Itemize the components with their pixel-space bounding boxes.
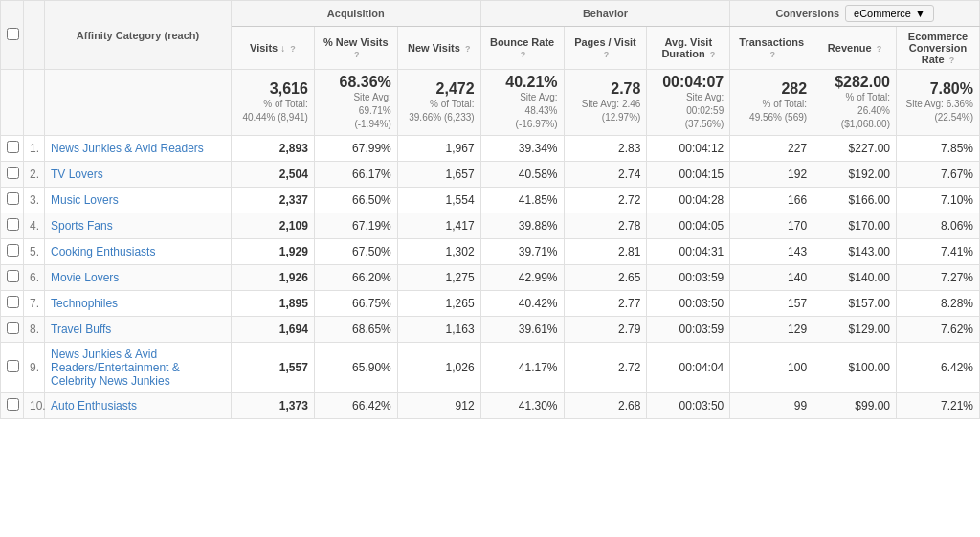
totals-revenue-cell: $282.00 % of Total: 26.40% ($1,068.00) [813,70,897,136]
row-affinity-name: TV Lovers [45,162,232,188]
row-checkbox[interactable] [7,398,19,411]
row-bounce-rate: 39.61% [480,317,564,343]
avg-visit-col-header[interactable]: Avg. Visit Duration ? [647,27,730,70]
row-checkbox-cell[interactable] [1,265,24,291]
row-checkbox[interactable] [7,322,19,334]
row-checkbox-cell[interactable] [1,213,24,239]
row-new-visits: 1,275 [397,265,480,291]
affinity-link[interactable]: News Junkies & Avid Readers/Entertainmen… [51,347,180,388]
row-checkbox-cell[interactable] [1,136,24,162]
row-affinity-name: Sports Fans [45,213,232,239]
row-affinity-name: Technophiles [45,291,232,317]
visits-col-header[interactable]: Visits ↓ ? [232,27,315,70]
row-bounce-rate: 42.99% [480,265,564,291]
row-pages: 2.79 [564,317,647,343]
row-pages: 2.74 [564,162,647,188]
table-row: 10. Auto Enthusiasts 1,373 66.42% 912 41… [1,393,980,419]
row-checkbox[interactable] [7,296,19,308]
row-visits: 1,895 [232,291,315,317]
affinity-link[interactable]: Sports Fans [51,219,113,233]
row-checkbox[interactable] [7,141,19,153]
row-checkbox[interactable] [7,192,19,205]
row-num: 1. [24,136,45,162]
row-pct-new: 67.99% [314,136,397,162]
row-avg-duration: 00:04:05 [647,213,730,239]
pct-new-col-header[interactable]: % New Visits ? [314,27,397,70]
affinity-link[interactable]: News Junkies & Avid Readers [51,142,204,155]
row-visits: 1,373 [232,393,315,419]
row-pct-new: 68.65% [314,317,397,343]
affinity-link[interactable]: TV Lovers [51,168,103,181]
row-new-visits: 1,657 [397,162,480,188]
row-ecommerce-rate: 7.62% [897,317,980,343]
affinity-link[interactable]: Technophiles [51,297,118,310]
row-checkbox-cell[interactable] [1,239,24,265]
pages-col-header[interactable]: Pages / Visit ? [564,27,647,70]
affinity-link[interactable]: Auto Enthusiasts [51,399,137,413]
row-checkbox[interactable] [7,270,19,282]
table-row: 3. Music Lovers 2,337 66.50% 1,554 41.85… [1,188,980,213]
row-revenue: $143.00 [813,239,897,265]
analytics-table: Affinity Category (reach) Acquisition Be… [0,0,980,419]
row-bounce-rate: 40.42% [480,291,564,317]
row-num: 3. [24,188,45,213]
row-avg-duration: 00:04:12 [647,136,730,162]
ecommerce-dropdown[interactable]: eCommerce ▼ [845,5,934,22]
row-checkbox-cell[interactable] [1,188,24,213]
row-pages: 2.72 [564,188,647,213]
row-ecommerce-rate: 8.06% [897,213,980,239]
row-checkbox-cell[interactable] [1,317,24,343]
row-ecommerce-rate: 6.42% [897,343,980,393]
row-affinity-name: Movie Lovers [45,265,232,291]
row-bounce-rate: 40.58% [480,162,564,188]
row-avg-duration: 00:04:15 [647,162,730,188]
row-visits: 2,337 [232,188,315,213]
new-visits-col-header[interactable]: New Visits ? [397,27,480,70]
row-ecommerce-rate: 7.67% [897,162,980,188]
ecommerce-rate-col-header[interactable]: Ecommerce Conversion Rate ? [897,27,980,70]
row-transactions: 100 [730,343,813,393]
row-new-visits: 1,163 [397,317,480,343]
row-affinity-name: Travel Buffs [45,317,232,343]
select-all-checkbox[interactable] [7,28,19,40]
affinity-link[interactable]: Travel Buffs [51,323,111,336]
row-pct-new: 67.50% [314,239,397,265]
row-affinity-name: Music Lovers [45,188,232,213]
table-row: 1. News Junkies & Avid Readers 2,893 67.… [1,136,980,162]
revenue-col-header[interactable]: Revenue ? [813,27,897,70]
row-transactions: 140 [730,265,813,291]
table-row: 5. Cooking Enthusiasts 1,929 67.50% 1,30… [1,239,980,265]
row-revenue: $129.00 [813,317,897,343]
num-header [24,1,45,70]
select-all-header[interactable] [1,1,24,70]
row-ecommerce-rate: 7.85% [897,136,980,162]
row-revenue: $192.00 [813,162,897,188]
row-checkbox-cell[interactable] [1,162,24,188]
bounce-col-header[interactable]: Bounce Rate ? [480,27,564,70]
affinity-link[interactable]: Music Lovers [51,193,119,207]
row-revenue: $170.00 [813,213,897,239]
row-num: 9. [24,343,45,393]
row-checkbox-cell[interactable] [1,393,24,419]
behavior-group-header: Behavior [480,1,730,27]
totals-new-visits-cell: 2,472 % of Total: 39.66% (6,233) [397,70,480,136]
row-checkbox[interactable] [7,360,19,372]
row-checkbox-cell[interactable] [1,343,24,393]
row-transactions: 143 [730,239,813,265]
row-checkbox-cell[interactable] [1,291,24,317]
affinity-link[interactable]: Cooking Enthusiasts [51,245,155,258]
transactions-col-header[interactable]: Transactions ? [730,27,813,70]
row-bounce-rate: 41.17% [480,343,564,393]
row-checkbox[interactable] [7,244,19,257]
row-num: 5. [24,239,45,265]
row-pct-new: 67.19% [314,213,397,239]
row-bounce-rate: 39.88% [480,213,564,239]
row-pages: 2.83 [564,136,647,162]
row-pages: 2.68 [564,393,647,419]
row-checkbox[interactable] [7,218,19,231]
row-revenue: $140.00 [813,265,897,291]
pct-new-help-icon: ? [354,50,360,59]
row-checkbox[interactable] [7,167,19,179]
table-row: 2. TV Lovers 2,504 66.17% 1,657 40.58% 2… [1,162,980,188]
affinity-link[interactable]: Movie Lovers [51,271,119,284]
